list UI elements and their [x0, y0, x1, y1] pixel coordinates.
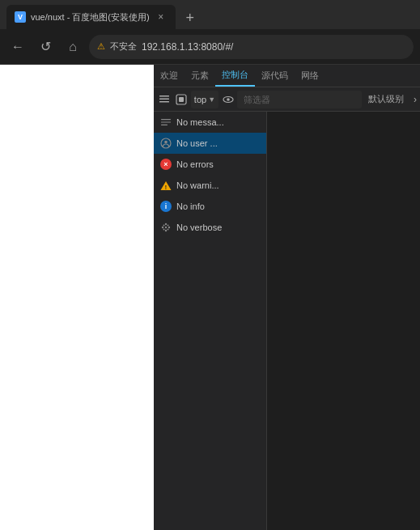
svg-rect-0: [159, 95, 169, 97]
svg-point-16: [168, 227, 170, 228]
expand-icon[interactable]: ›: [414, 94, 417, 105]
log-label-verbose: No verbose: [176, 223, 222, 232]
svg-point-19: [163, 225, 165, 227]
verbose-icon: [160, 222, 172, 233]
clear-console-button[interactable]: [157, 91, 172, 108]
error-icon: ×: [160, 159, 172, 170]
log-label-errors: No errors: [176, 159, 214, 169]
svg-text:!: !: [165, 184, 167, 189]
svg-point-18: [165, 230, 167, 231]
back-button[interactable]: ←: [6, 36, 29, 58]
tab-sources[interactable]: 源代码: [255, 65, 295, 87]
svg-rect-2: [159, 101, 169, 103]
warning-icon: !: [160, 180, 172, 191]
new-tab-button[interactable]: +: [179, 6, 202, 29]
devtools-right: 欢迎 元素 控制台 源代码 网络: [154, 65, 420, 530]
log-label-warnings: No warni...: [176, 180, 219, 190]
log-item-info[interactable]: i No info: [154, 196, 266, 217]
log-label-user: No user ...: [176, 138, 218, 148]
log-label-messages: No messa...: [176, 117, 224, 127]
svg-point-20: [168, 225, 169, 227]
context-dropdown-label: top: [194, 95, 206, 104]
active-tab[interactable]: V vue/nuxt - 百度地图(安装使用) ×: [6, 5, 176, 29]
log-item-warnings[interactable]: ! No warni...: [154, 175, 266, 196]
tab-elements[interactable]: 元素: [185, 65, 215, 87]
tab-bar: V vue/nuxt - 百度地图(安装使用) × +: [0, 0, 420, 29]
dropdown-arrow-icon: ▼: [208, 95, 215, 104]
svg-rect-7: [161, 119, 171, 120]
devtools-panel: 欢迎 元素 控制台 源代码 网络: [0, 65, 420, 530]
log-list: No messa... No user ...: [154, 112, 267, 530]
filter-input[interactable]: [237, 91, 362, 108]
svg-point-21: [163, 229, 165, 231]
log-item-errors[interactable]: × No errors: [154, 154, 266, 175]
address-input[interactable]: ⚠ 不安全 192.168.1.13:8080/#/: [89, 35, 414, 59]
refresh-button[interactable]: ↺: [34, 36, 57, 58]
security-icon: ⚠: [97, 41, 105, 52]
devtools-toolbar: top ▼ 默认级别 ›: [154, 87, 420, 112]
svg-point-14: [162, 227, 163, 228]
log-item-verbose[interactable]: No verbose: [154, 217, 266, 238]
svg-rect-9: [161, 125, 168, 125]
context-icon-button[interactable]: [174, 91, 189, 108]
tab-console[interactable]: 控制台: [215, 65, 255, 87]
svg-rect-8: [161, 121, 171, 122]
svg-point-22: [168, 229, 169, 231]
svg-point-15: [165, 227, 167, 228]
svg-point-6: [227, 98, 230, 101]
context-dropdown[interactable]: top ▼: [191, 91, 218, 108]
log-item-user[interactable]: No user ...: [154, 133, 266, 154]
home-button[interactable]: ⌂: [62, 36, 84, 58]
tab-network[interactable]: 网络: [295, 65, 325, 87]
eye-button[interactable]: [220, 91, 235, 108]
log-level-button[interactable]: 默认级别: [363, 91, 409, 108]
svg-point-17: [165, 223, 167, 225]
info-icon: i: [160, 201, 172, 212]
console-area: No messa... No user ...: [154, 112, 420, 530]
user-icon: [160, 138, 172, 149]
log-label-info: No info: [176, 201, 205, 211]
address-text: 192.168.1.13:8080/#/: [142, 41, 405, 53]
tab-close-button[interactable]: ×: [155, 11, 168, 23]
tab-favicon: V: [15, 11, 26, 23]
log-item-messages[interactable]: No messa...: [154, 112, 266, 133]
devtools-tabs: 欢迎 元素 控制台 源代码 网络: [154, 65, 420, 87]
console-output: [267, 112, 420, 530]
svg-point-11: [164, 141, 168, 144]
address-bar: ← ↺ ⌂ ⚠ 不安全 192.168.1.13:8080/#/: [0, 29, 420, 65]
svg-rect-4: [179, 97, 184, 102]
tab-title: vue/nuxt - 百度地图(安装使用): [31, 11, 150, 23]
page-area: [0, 65, 154, 530]
message-icon: [160, 117, 172, 128]
security-label: 不安全: [110, 40, 137, 53]
tab-welcome[interactable]: 欢迎: [154, 65, 185, 87]
svg-rect-1: [159, 98, 169, 100]
browser-frame: V vue/nuxt - 百度地图(安装使用) × + ← ↺ ⌂ ⚠ 不安全 …: [0, 0, 420, 530]
